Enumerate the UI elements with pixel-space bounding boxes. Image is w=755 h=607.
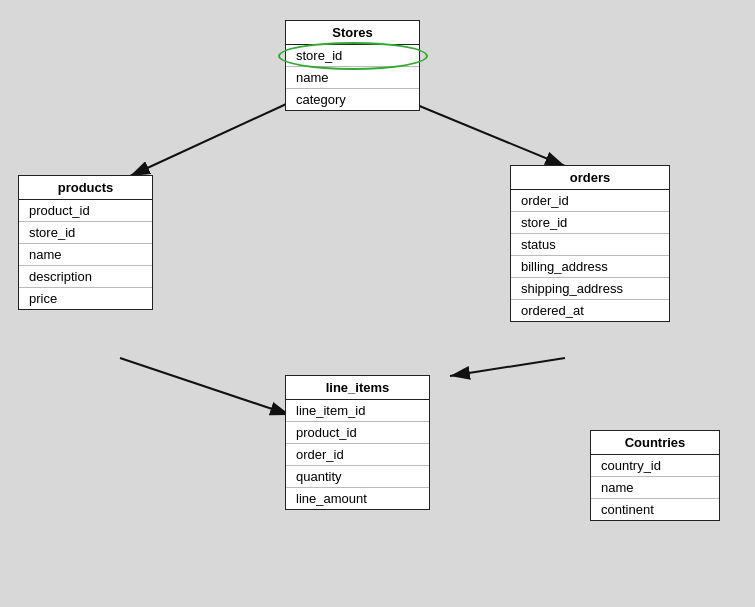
orders-table: orders order_id store_id status billing_… (510, 165, 670, 322)
line-items-field-quantity: quantity (286, 466, 429, 488)
orders-field-billing_address: billing_address (511, 256, 669, 278)
orders-field-shipping_address: shipping_address (511, 278, 669, 300)
orders-field-order_id: order_id (511, 190, 669, 212)
stores-table-header: Stores (286, 21, 419, 45)
products-table-header: products (19, 176, 152, 200)
line-items-field-order_id: order_id (286, 444, 429, 466)
stores-field-name: name (286, 67, 419, 89)
line-items-table-header: line_items (286, 376, 429, 400)
stores-field-store_id: store_id (286, 45, 419, 67)
countries-table-header: Countries (591, 431, 719, 455)
products-field-store_id: store_id (19, 222, 152, 244)
products-field-price: price (19, 288, 152, 309)
orders-field-store_id: store_id (511, 212, 669, 234)
countries-field-name: name (591, 477, 719, 499)
countries-table: Countries country_id name continent (590, 430, 720, 521)
line-items-field-product_id: product_id (286, 422, 429, 444)
orders-field-ordered_at: ordered_at (511, 300, 669, 321)
products-field-name: name (19, 244, 152, 266)
orders-field-status: status (511, 234, 669, 256)
arrow-orders-lineitems (450, 358, 565, 376)
countries-field-continent: continent (591, 499, 719, 520)
arrow-stores-orders (405, 100, 565, 166)
arrow-stores-products (130, 100, 295, 176)
products-field-product_id: product_id (19, 200, 152, 222)
line-items-field-line_item_id: line_item_id (286, 400, 429, 422)
products-table: products product_id store_id name descri… (18, 175, 153, 310)
line-items-table: line_items line_item_id product_id order… (285, 375, 430, 510)
products-field-description: description (19, 266, 152, 288)
arrow-products-lineitems (120, 358, 290, 415)
stores-field-category: category (286, 89, 419, 110)
line-items-field-line_amount: line_amount (286, 488, 429, 509)
orders-table-header: orders (511, 166, 669, 190)
countries-field-country_id: country_id (591, 455, 719, 477)
stores-table: Stores store_id name category (285, 20, 420, 111)
